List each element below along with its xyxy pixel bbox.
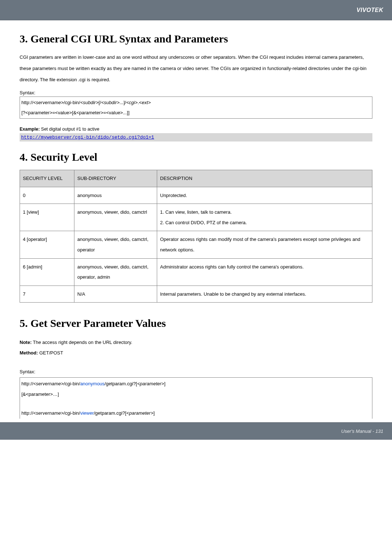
footer-bar: User's Manual - 131 (0, 422, 392, 440)
table-row: 1 [view] anonymous, viewer, dido, camctr… (20, 204, 372, 231)
page-content: 3. General CGI URL Syntax and Parameters… (0, 20, 392, 422)
syntax-text: /cgi-bin/ (64, 100, 80, 105)
syntax-line-1: http://<servername>/cgi-bin/<subdir>[/<s… (21, 98, 371, 107)
table-row: 0 anonymous Unprotected. (20, 187, 372, 204)
method-text: GET/POST (38, 350, 63, 356)
syntax-text: /cgi-bin/ (64, 410, 80, 416)
table-cell: Unprotected. (157, 187, 372, 204)
syntax-text: ] (154, 410, 155, 416)
security-level-table: SECURITY LEVEL SUB-DIRECTORY DESCRIPTION… (20, 170, 372, 303)
syntax-text: http:// (21, 381, 33, 386)
table-row: 4 [operator] anonymous, viewer, dido, ca… (20, 231, 372, 258)
syntax-security-dir: viewer (80, 410, 94, 416)
section-4-title: 4. Security Level (20, 151, 372, 163)
syntax2-line-2: [&<parameter>…] (21, 389, 371, 400)
syntax-text: /cgi-bin/ (64, 381, 80, 386)
section-3-title: 3. General CGI URL Syntax and Parameters (20, 33, 372, 45)
syntax-text: /getparam.cgi?[ (94, 410, 126, 416)
table-cell: 1. Can view, listen, talk to camera. 2. … (157, 204, 372, 231)
section-5-title: 5. Get Server Parameter Values (20, 317, 372, 329)
syntax2-line-3: http://<servername>/cgi-bin/viewer/getpa… (21, 408, 371, 419)
syntax-line-2: [?<parameter>=<value>[&<parameter>=<valu… (21, 108, 371, 118)
header-bar: VIVOTEK (0, 0, 392, 20)
example-label: Example: (20, 127, 40, 132)
syntax-placeholder: <servername> (33, 410, 64, 416)
example-line: Example: Set digital output #1 to active (20, 127, 372, 132)
syntax-placeholder: <parameter> (137, 381, 164, 386)
syntax-box: http://<servername>/cgi-bin/<subdir>[/<s… (20, 97, 372, 119)
table-row: 6 [admin] anonymous, viewer, dido, camct… (20, 258, 372, 286)
method-line: Method: GET/POST (20, 348, 372, 358)
example-text: Set digital output #1 to active (40, 127, 99, 132)
table-header: SUB-DIRECTORY (74, 170, 157, 187)
syntax-text: http:// (21, 410, 33, 416)
syntax-placeholder: <parameter> (126, 410, 153, 416)
table-cell: Internal parameters. Unable to be change… (157, 286, 372, 303)
table-cell: anonymous, viewer, dido, camctrl, operat… (74, 258, 157, 286)
table-header-row: SECURITY LEVEL SUB-DIRECTORY DESCRIPTION (20, 170, 372, 187)
syntax-placeholder: <cgi> (126, 100, 138, 105)
syntax-text: /getparam.cgi?[ (105, 381, 137, 386)
method-label: Method: (20, 350, 38, 356)
note-label: Note: (20, 340, 32, 345)
syntax-placeholder: <servername> (33, 100, 64, 105)
syntax-placeholder: <ext> (139, 100, 151, 105)
syntax-placeholder: <subdir> (80, 100, 99, 105)
table-header: SECURITY LEVEL (20, 170, 74, 187)
table-cell: Administrator access rights can fully co… (157, 258, 372, 286)
syntax-text: ] (164, 381, 166, 386)
table-cell: 6 [admin] (20, 258, 74, 286)
syntax-placeholder: <servername> (33, 381, 64, 386)
syntax-text: [/ (98, 100, 101, 105)
table-row: 7 N/A Internal parameters. Unable to be … (20, 286, 372, 303)
syntax-spacer (21, 399, 371, 408)
table-cell: Operator access rights can modify most o… (157, 231, 372, 258)
table-cell: 4 [operator] (20, 231, 74, 258)
brand-label: VIVOTEK (356, 7, 383, 13)
table-cell: 1 [view] (20, 204, 74, 231)
syntax-placeholder: <subdir> (101, 100, 120, 105)
table-cell: anonymous, viewer, dido, camctrl (74, 204, 157, 231)
syntax2-line-1: http://<servername>/cgi-bin/anonymous/ge… (21, 379, 371, 389)
syntax-label: Syntax: (20, 89, 372, 97)
section-3-paragraph: CGI parameters are written in lower-case… (20, 52, 372, 86)
syntax-text: http:// (21, 100, 33, 105)
syntax-label-2: Syntax: (20, 368, 372, 376)
table-cell: 0 (20, 187, 74, 204)
page-number: User's Manual - 131 (341, 428, 383, 434)
table-cell: anonymous (74, 187, 157, 204)
syntax-security-dir: anonymous (80, 381, 105, 386)
syntax-text: ...]/ (119, 100, 126, 105)
syntax-box-2: http://<servername>/cgi-bin/anonymous/ge… (20, 377, 372, 419)
table-cell: 7 (20, 286, 74, 303)
table-header: DESCRIPTION (157, 170, 372, 187)
note-line: Note: The access right depends on the UR… (20, 337, 372, 348)
note-text: The access right depends on the URL dire… (32, 340, 132, 345)
note-block: Note: The access right depends on the UR… (20, 337, 372, 358)
example-link-box: http://mywebserver/cgi-bin/dido/setdo.cg… (20, 133, 372, 141)
table-cell: N/A (74, 286, 157, 303)
example-url-link[interactable]: http://mywebserver/cgi-bin/dido/setdo.cg… (21, 135, 154, 140)
table-cell: anonymous, viewer, dido, camctrl, operat… (74, 231, 157, 258)
